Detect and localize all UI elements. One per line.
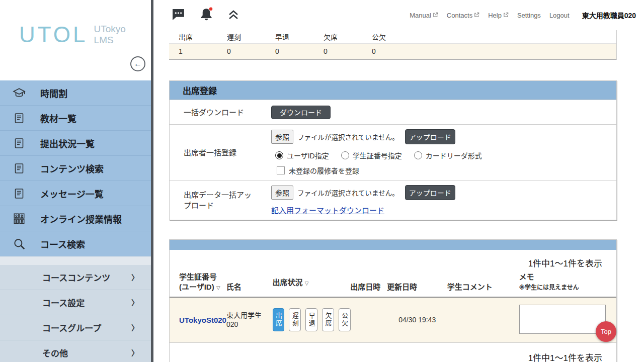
chevron-right-icon: 〉	[131, 322, 139, 333]
bulk-download-row: 一括ダウンロード ダウンロード	[170, 100, 616, 124]
sidebar-item-messages[interactable]: メッセージ一覧	[0, 181, 151, 206]
radio-icon[interactable]	[414, 151, 422, 159]
checkbox-label: 未登録の履修者を登録	[289, 165, 359, 175]
sidebar-item-content-search[interactable]: コンテンツ検索	[0, 156, 151, 181]
column-header-status[interactable]: 出席状況 ▽	[273, 278, 351, 292]
student-id-cell: UTokyoSt020	[170, 316, 226, 324]
attendance-summary-table: 出席 遅刻 早退 欠席 公欠 1 0 0 0 0	[169, 30, 617, 60]
document-icon	[10, 161, 28, 175]
status-buttons-cell: 出席 遅刻 早退 欠席 公欠	[273, 308, 351, 331]
radio-icon[interactable]	[341, 151, 349, 159]
upload-button[interactable]: アップロード	[405, 185, 455, 200]
graduation-cap-icon	[10, 86, 28, 100]
sidebar-item-timetable[interactable]: 時間割	[0, 80, 151, 106]
sort-icon[interactable]: ▽	[216, 285, 220, 291]
collapse-sidebar-button[interactable]: ←	[130, 56, 145, 71]
student-attendance-table: 1件中1〜1件を表示 学生証番号 (ユーザID) ▽ 氏名 出席状況 ▽ 出席日…	[169, 239, 617, 362]
chevron-right-icon: 〉	[131, 297, 139, 308]
double-chevron-up-icon	[227, 9, 239, 22]
sidebar-item-course-group[interactable]: コースグループ 〉	[0, 315, 151, 340]
collapse-header-button[interactable]	[227, 9, 239, 22]
contacts-link-label: Contacts	[447, 12, 472, 19]
column-header-student-number[interactable]: 学生証番号 (ユーザID) ▽	[170, 272, 226, 293]
external-link-icon	[474, 12, 479, 19]
download-button[interactable]: ダウンロード	[271, 106, 331, 119]
browse-button[interactable]: 参照	[271, 130, 293, 144]
document-icon	[10, 187, 28, 201]
search-icon	[10, 237, 28, 251]
status-excused-button[interactable]: 公欠	[339, 308, 351, 331]
sidebar-item-label: コースグループ	[42, 321, 101, 334]
sidebar-item-materials[interactable]: 教材一覧	[0, 106, 151, 131]
chevron-right-icon: 〉	[131, 272, 139, 283]
summary-value: 0	[362, 47, 411, 55]
sidebar-item-label: コースコンテンツ	[42, 271, 110, 284]
manual-link[interactable]: Manual	[410, 12, 438, 19]
radio-label: カードリーダ形式	[426, 150, 482, 160]
memo-input[interactable]	[519, 305, 606, 334]
browse-button[interactable]: 参照	[271, 186, 293, 200]
sidebar-item-label: オンライン授業情報	[40, 212, 122, 225]
radio-option-user-id[interactable]: ユーザID指定	[275, 150, 329, 160]
sidebar-item-online-class-info[interactable]: オンライン授業情報	[0, 206, 151, 231]
summary-header: 欠席	[314, 32, 362, 42]
status-late-button[interactable]: 遅刻	[289, 308, 301, 331]
scroll-to-top-button[interactable]: Top	[596, 321, 616, 342]
utol-logo[interactable]: UTOL UTokyo LMS	[19, 22, 126, 47]
radio-label: 学生証番号指定	[353, 150, 402, 160]
logout-link-label: Logout	[549, 12, 570, 19]
student-id-link[interactable]: UTokyoSt020	[179, 316, 226, 324]
settings-link-label: Settings	[517, 12, 541, 19]
student-row: UTokyoSt020 東大用学生020 出席 遅刻 早退 欠席 公欠	[170, 298, 616, 343]
summary-header: 早退	[266, 32, 314, 42]
sidebar-item-course-search[interactable]: コース検索	[0, 231, 151, 256]
table-header-row: 学生証番号 (ユーザID) ▽ 氏名 出席状況 ▽ 出席日時 更新日時 学生コメ…	[170, 272, 616, 298]
sidebar-item-others[interactable]: その他 〉	[0, 340, 151, 362]
external-link-icon	[433, 12, 438, 19]
sidebar-item-course-settings[interactable]: コース設定 〉	[0, 290, 151, 315]
user-name: 東大用教職員020	[582, 10, 636, 20]
status-present-button[interactable]: 出席	[273, 308, 285, 331]
summary-value: 0	[217, 47, 266, 55]
sidebar-item-label: 提出状況一覧	[40, 137, 95, 150]
sidebar-item-submission-status[interactable]: 提出状況一覧	[0, 131, 151, 156]
settings-link[interactable]: Settings	[517, 12, 541, 19]
chat-button[interactable]	[172, 8, 185, 22]
unregistered-checkbox-option[interactable]: 未登録の履修者を登録	[277, 165, 611, 175]
sidebar-item-course-contents[interactable]: コースコンテンツ 〉	[0, 265, 151, 290]
upload-button[interactable]: アップロード	[405, 129, 455, 144]
row-label: 一括ダウンロード	[170, 107, 258, 118]
column-header-memo: メモ ※学生には見えません	[519, 272, 616, 293]
menu-divider	[0, 256, 151, 265]
summary-header: 出席	[169, 32, 217, 42]
sidebar-item-label: メッセージ一覧	[40, 187, 104, 200]
radio-label: ユーザID指定	[287, 150, 329, 160]
sidebar-item-label: コース設定	[42, 296, 85, 309]
attendee-bulk-register-row: 出席者一括登録 参照 ファイルが選択されていません。 アップロード ユーザID指…	[170, 124, 616, 180]
row-label: 出席者一括登録	[170, 147, 258, 158]
help-link-label: Help	[488, 12, 502, 19]
contacts-link[interactable]: Contacts	[447, 12, 479, 19]
checkbox-icon[interactable]	[277, 166, 285, 174]
document-icon	[10, 111, 28, 125]
status-absent-button[interactable]: 欠席	[322, 308, 334, 331]
status-early-leave-button[interactable]: 早退	[305, 308, 317, 331]
external-link-icon	[503, 12, 509, 19]
logout-link[interactable]: Logout	[549, 12, 570, 19]
help-link[interactable]: Help	[488, 12, 509, 19]
radio-option-card-reader[interactable]: カードリーダ形式	[414, 150, 482, 160]
notifications-button[interactable]	[198, 7, 214, 24]
radio-option-student-number[interactable]: 学生証番号指定	[341, 150, 402, 160]
manual-link-label: Manual	[410, 12, 431, 19]
section-title: 出席登録	[170, 81, 616, 100]
column-header-attend-time: 出席日時	[350, 282, 387, 292]
sort-icon[interactable]: ▽	[305, 281, 309, 286]
sidebar-item-label: コンテンツ検索	[40, 162, 104, 175]
update-time-cell: 04/30 19:43	[387, 316, 447, 324]
sidebar-item-label: 教材一覧	[40, 112, 76, 125]
table-accent-bar	[170, 240, 616, 250]
column-header-update-time: 更新日時	[387, 282, 447, 292]
sidebar-menu: 時間割 教材一覧 提出状況一覧 コンテンツ検索 メッセージ一覧	[0, 80, 151, 362]
format-download-link[interactable]: 記入用フォーマットダウンロード	[271, 206, 384, 215]
radio-icon[interactable]	[275, 151, 283, 159]
